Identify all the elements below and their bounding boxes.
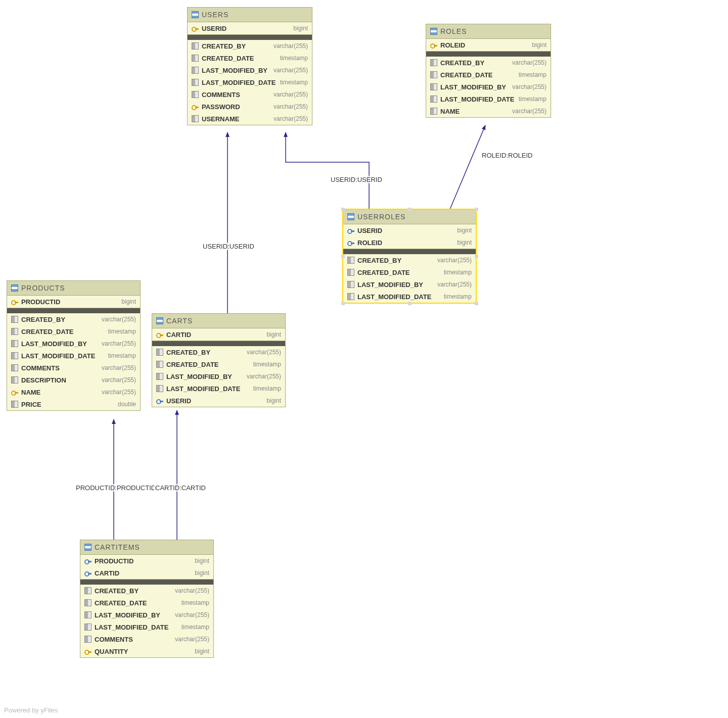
entity-header[interactable]: CARTITEMS bbox=[80, 540, 213, 555]
entity-header[interactable]: USERS bbox=[188, 8, 312, 22]
selection-handle[interactable] bbox=[408, 302, 412, 305]
column-icon bbox=[430, 71, 437, 78]
column-row[interactable]: LAST_MODIFIED_DATEtimestamp bbox=[80, 621, 213, 633]
key-icon bbox=[84, 648, 92, 655]
table-icon bbox=[192, 11, 199, 18]
selection-handle[interactable] bbox=[341, 302, 345, 305]
selection-handle[interactable] bbox=[475, 255, 478, 258]
column-type: varchar(255) bbox=[247, 349, 281, 356]
column-row[interactable]: CREATED_BYvarchar(255) bbox=[426, 57, 551, 69]
entity-header[interactable]: USERROLES bbox=[343, 210, 476, 224]
column-name: LAST_MODIFIED_BY bbox=[166, 373, 232, 380]
column-name: LAST_MODIFIED_DATE bbox=[166, 385, 240, 393]
column-name: CREATED_BY bbox=[357, 257, 401, 264]
column-name: COMMENTS bbox=[21, 364, 60, 372]
primary-key-row[interactable]: ROLEIDbigint bbox=[343, 236, 476, 249]
column-name: LAST_MODIFIED_BY bbox=[95, 611, 160, 619]
column-row[interactable]: CREATED_BYvarchar(255) bbox=[188, 40, 312, 52]
table-icon bbox=[430, 28, 437, 35]
column-row[interactable]: CREATED_DATEtimestamp bbox=[80, 597, 213, 609]
column-row[interactable]: LAST_MODIFIED_DATEtimestamp bbox=[426, 93, 551, 105]
entity-header[interactable]: ROLES bbox=[426, 24, 551, 39]
column-row[interactable]: LAST_MODIFIED_DATEtimestamp bbox=[7, 350, 140, 362]
column-row[interactable]: CREATED_DATEtimestamp bbox=[152, 358, 285, 370]
entity-products[interactable]: PRODUCTSPRODUCTIDbigintCREATED_BYvarchar… bbox=[7, 280, 141, 411]
column-row[interactable]: PRICEdouble bbox=[7, 398, 140, 410]
column-row[interactable]: LAST_MODIFIED_DATEtimestamp bbox=[188, 76, 312, 88]
entity-roles[interactable]: ROLESROLEIDbigintCREATED_BYvarchar(255)C… bbox=[426, 24, 551, 118]
column-row[interactable]: LAST_MODIFIED_BYvarchar(255) bbox=[188, 64, 312, 76]
column-row[interactable]: USERIDbigint bbox=[152, 395, 285, 407]
primary-key-row[interactable]: ROLEIDbigint bbox=[426, 39, 551, 51]
column-name: CREATED_BY bbox=[202, 42, 246, 50]
entity-users[interactable]: USERSUSERIDbigintCREATED_BYvarchar(255)C… bbox=[187, 7, 312, 125]
primary-key-row[interactable]: USERIDbigint bbox=[188, 22, 312, 34]
column-type: varchar(255) bbox=[175, 587, 209, 594]
column-row[interactable]: COMMENTSvarchar(255) bbox=[7, 362, 140, 374]
column-row[interactable]: USERNAMEvarchar(255) bbox=[188, 113, 312, 125]
selection-handle[interactable] bbox=[475, 208, 478, 211]
entity-header[interactable]: PRODUCTS bbox=[7, 281, 140, 296]
column-row[interactable]: PASSWORDvarchar(255) bbox=[188, 101, 312, 113]
entity-header[interactable]: CARTS bbox=[152, 314, 285, 328]
column-row[interactable]: CREATED_BYvarchar(255) bbox=[7, 313, 140, 325]
column-row[interactable]: LAST_MODIFIED_BYvarchar(255) bbox=[7, 338, 140, 350]
relation-label: USERID:USERID bbox=[202, 243, 255, 250]
column-row[interactable]: LAST_MODIFIED_BYvarchar(255) bbox=[80, 609, 213, 621]
column-type: varchar(255) bbox=[437, 257, 472, 264]
entity-cartitems[interactable]: CARTITEMSPRODUCTIDbigintCARTIDbigintCREA… bbox=[80, 540, 214, 658]
column-name: PASSWORD bbox=[202, 103, 240, 111]
primary-key-row[interactable]: CARTIDbigint bbox=[152, 328, 285, 341]
selection-handle[interactable] bbox=[408, 208, 412, 211]
column-row[interactable]: CREATED_BYvarchar(255) bbox=[343, 254, 476, 266]
column-row[interactable]: DESCRIPTIONvarchar(255) bbox=[7, 374, 140, 386]
column-row[interactable]: NAMEvarchar(255) bbox=[7, 386, 140, 398]
column-icon bbox=[156, 349, 163, 356]
entity-title: CARTS bbox=[166, 317, 193, 325]
column-name: CARTID bbox=[95, 569, 119, 577]
section-divider bbox=[426, 52, 551, 57]
column-row[interactable]: NAMEvarchar(255) bbox=[426, 105, 551, 117]
column-type: timestamp bbox=[108, 328, 136, 335]
column-name: USERID bbox=[202, 25, 226, 32]
column-icon bbox=[156, 373, 163, 380]
selection-handle[interactable] bbox=[475, 302, 478, 305]
column-row[interactable]: CREATED_DATEtimestamp bbox=[343, 266, 476, 278]
column-row[interactable]: LAST_MODIFIED_DATEtimestamp bbox=[152, 382, 285, 395]
selection-handle[interactable] bbox=[341, 208, 345, 211]
selection-handle[interactable] bbox=[341, 255, 345, 258]
column-type: varchar(255) bbox=[102, 376, 136, 384]
column-type: bigint bbox=[195, 648, 209, 655]
column-row[interactable]: CREATED_DATEtimestamp bbox=[188, 52, 312, 64]
column-type: varchar(255) bbox=[437, 281, 472, 288]
column-row[interactable]: LAST_MODIFIED_BYvarchar(255) bbox=[343, 278, 476, 291]
section-divider bbox=[7, 308, 140, 313]
column-icon bbox=[11, 328, 18, 335]
column-icon bbox=[347, 269, 354, 276]
column-name: QUANTITY bbox=[95, 648, 128, 655]
primary-key-row[interactable]: PRODUCTIDbigint bbox=[80, 555, 213, 567]
entity-userroles[interactable]: USERROLESUSERIDbigintROLEIDbigintCREATED… bbox=[343, 209, 476, 303]
column-row[interactable]: CREATED_BYvarchar(255) bbox=[152, 346, 285, 358]
column-row[interactable]: LAST_MODIFIED_BYvarchar(255) bbox=[152, 370, 285, 382]
primary-key-row[interactable]: PRODUCTIDbigint bbox=[7, 296, 140, 308]
column-row[interactable]: COMMENTSvarchar(255) bbox=[188, 88, 312, 101]
column-row[interactable]: LAST_MODIFIED_DATEtimestamp bbox=[343, 291, 476, 303]
primary-key-row[interactable]: USERIDbigint bbox=[343, 224, 476, 236]
entity-carts[interactable]: CARTSCARTIDbigintCREATED_BYvarchar(255)C… bbox=[152, 313, 286, 407]
primary-key-row[interactable]: CARTIDbigint bbox=[80, 567, 213, 579]
column-row[interactable]: CREATED_BYvarchar(255) bbox=[80, 585, 213, 597]
column-type: varchar(255) bbox=[247, 373, 281, 380]
column-icon bbox=[11, 376, 18, 384]
column-type: timestamp bbox=[181, 624, 209, 631]
column-row[interactable]: COMMENTSvarchar(255) bbox=[80, 633, 213, 645]
footer-credit: Powered by yFiles bbox=[4, 706, 58, 714]
column-type: varchar(255) bbox=[512, 83, 547, 90]
column-row[interactable]: QUANTITYbigint bbox=[80, 645, 213, 657]
column-row[interactable]: LAST_MODIFIED_BYvarchar(255) bbox=[426, 81, 551, 93]
column-row[interactable]: CREATED_DATEtimestamp bbox=[7, 325, 140, 338]
column-name: LAST_MODIFIED_DATE bbox=[95, 624, 168, 631]
foreign-key-icon bbox=[156, 397, 163, 404]
foreign-key-icon bbox=[347, 239, 354, 246]
column-row[interactable]: CREATED_DATEtimestamp bbox=[426, 69, 551, 81]
